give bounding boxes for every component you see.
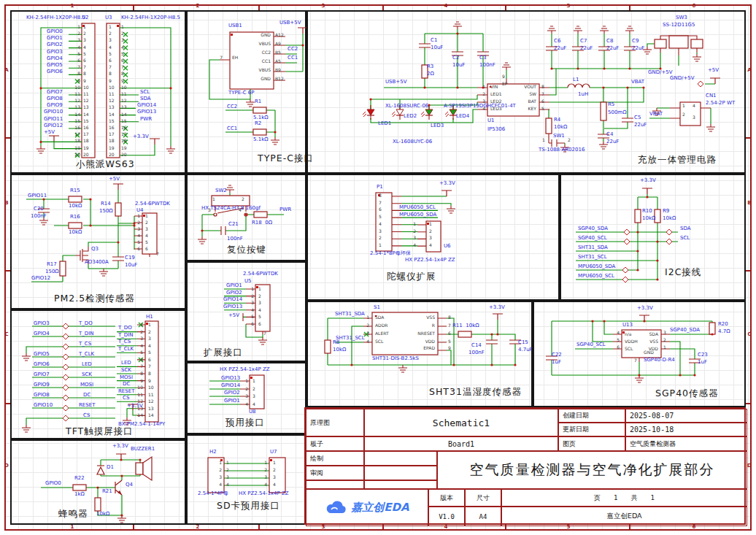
net-label[interactable]: CS — [83, 413, 90, 418]
part-label[interactable]: C5 — [634, 115, 641, 120]
net-label[interactable]: GPIO2 — [226, 290, 242, 296]
net-label[interactable]: GPIO14 — [221, 383, 240, 388]
net-label[interactable]: GPIO8 — [47, 96, 63, 101]
net-label[interactable]: CC2 — [227, 104, 237, 109]
net-label[interactable]: GPIO12 — [44, 123, 63, 128]
part-label[interactable]: R5 — [608, 102, 614, 107]
part-label[interactable]: P1 — [377, 185, 383, 190]
net-label[interactable]: SCK — [121, 368, 131, 373]
part-label[interactable]: 10kΩ — [96, 512, 109, 517]
part-label[interactable]: 22uF — [554, 46, 566, 51]
part-label[interactable]: 10kΩ — [69, 230, 82, 235]
net-label[interactable]: SGP40_SDA — [578, 226, 608, 231]
part-label[interactable]: HX PZ2.54-1x4P ZZ — [220, 367, 270, 372]
part-label[interactable]: 22uF — [580, 46, 593, 51]
net-label[interactable]: T_DIN — [118, 333, 133, 338]
part-label[interactable]: 10uF — [431, 45, 443, 50]
part-label[interactable]: C4 — [606, 132, 613, 137]
part-label[interactable]: 2Ω — [427, 72, 434, 77]
part-label[interactable]: U5 — [244, 279, 252, 284]
net-label[interactable]: GPIO7 — [34, 372, 50, 377]
part-label[interactable]: XL-1608SURC-06 — [385, 104, 428, 109]
part-label[interactable]: SS-12D11G5 — [663, 23, 695, 28]
part-label[interactable]: R16 — [70, 215, 80, 220]
part-label[interactable]: LED3 — [431, 123, 444, 128]
net-label[interactable]: USB+5V — [385, 80, 406, 85]
net-label[interactable]: SGP40_SCL — [576, 342, 606, 347]
net-label[interactable]: SHT31_SDA — [335, 312, 365, 317]
net-label[interactable]: GPIO0 — [45, 481, 61, 486]
part-label[interactable]: 22uF — [606, 139, 619, 145]
net-label[interactable]: +5V — [109, 177, 120, 182]
net-label[interactable]: SHT31_SCL — [336, 336, 365, 341]
part-label[interactable]: R21 — [102, 489, 112, 494]
part-label[interactable]: SHT31-DIS-B2.5kS — [372, 356, 419, 361]
part-label[interactable]: 2.54-1*4P母 — [198, 491, 228, 496]
part-label[interactable]: C2 — [452, 55, 459, 61]
net-label[interactable]: GND/+5V — [670, 76, 695, 81]
part-label[interactable]: R8 — [333, 340, 339, 345]
part-label[interactable]: S1 — [374, 305, 380, 310]
part-label[interactable]: C14 — [471, 343, 482, 348]
part-label[interactable]: CN1 — [706, 93, 717, 99]
part-label[interactable]: 1uF — [698, 360, 707, 365]
part-label[interactable]: U7 — [270, 450, 277, 455]
net-label[interactable]: MPU6050_SDA — [399, 212, 436, 218]
net-label[interactable]: DC — [83, 393, 90, 398]
net-label[interactable]: GPIO13 — [223, 304, 242, 309]
part-label[interactable]: SGP40-D-R4 — [644, 358, 675, 363]
net-label[interactable]: +5V — [228, 313, 239, 318]
part-label[interactable]: 10kΩ — [663, 216, 676, 221]
part-label[interactable]: U6 — [444, 244, 451, 249]
net-label[interactable]: GPIO6 — [47, 69, 63, 74]
net-label[interactable]: T_DO — [118, 326, 132, 331]
net-label[interactable]: +3.3V — [439, 181, 455, 186]
part-label[interactable]: D1 — [107, 465, 114, 470]
net-label[interactable]: T_CS — [79, 342, 91, 347]
part-label[interactable]: 100nF — [227, 236, 243, 242]
net-label[interactable]: GPIO2 — [47, 42, 63, 47]
net-label[interactable]: GPIO3 — [47, 50, 63, 55]
part-label[interactable]: R3 — [427, 64, 433, 69]
net-label[interactable]: GPIO2 — [224, 390, 240, 396]
part-label[interactable]: 4.7uF — [518, 347, 533, 353]
part-label[interactable]: C3 — [479, 55, 486, 61]
part-label[interactable]: 10kΩ — [333, 347, 346, 353]
net-label[interactable]: PWR — [279, 207, 291, 212]
net-label[interactable]: LED — [82, 362, 92, 367]
part-label[interactable]: 2.54-6PWTDK — [243, 272, 278, 277]
schematic-canvas[interactable]: KH-2.54FH-1X20P-H8.5U2U3KH-2.54FH-1X20P-… — [0, 0, 756, 535]
net-label[interactable]: RESET — [79, 403, 95, 408]
part-label[interactable]: AO3400A — [85, 260, 109, 265]
net-label[interactable]: T_CLK — [118, 347, 134, 352]
net-label[interactable]: GPIO13 — [137, 109, 156, 115]
net-label[interactable]: MOSI — [80, 382, 93, 388]
net-label[interactable]: GPIO4 — [47, 56, 63, 61]
net-label[interactable]: SGP40_SDA — [670, 328, 700, 333]
part-label[interactable]: U1 — [487, 118, 495, 123]
part-label[interactable]: R10 — [642, 209, 652, 214]
net-label[interactable]: GPIO1 — [224, 399, 240, 404]
net-label[interactable]: +3.3V — [112, 444, 128, 449]
net-label[interactable]: SCL — [680, 236, 690, 241]
part-label[interactable]: TS-1088-AR02016 — [539, 147, 585, 153]
part-label[interactable]: 22uF — [634, 123, 647, 128]
part-label[interactable]: HX PZ2.54-1x4P ZZ — [239, 491, 289, 496]
net-label[interactable]: GPIO9 — [34, 382, 50, 388]
part-label[interactable]: R17 — [47, 262, 57, 267]
part-label[interactable]: R4 — [554, 118, 560, 123]
part-label[interactable]: 2.54-6PWTDK — [135, 201, 170, 207]
part-label[interactable]: 100nF — [468, 350, 485, 355]
part-label[interactable]: R22 — [74, 476, 85, 481]
part-label[interactable]: 500mΩ — [608, 110, 627, 115]
part-label[interactable]: C15 — [518, 340, 528, 345]
part-label[interactable]: 150Ω — [99, 209, 113, 214]
net-label[interactable]: GPIO5 — [34, 352, 50, 357]
part-label[interactable]: 22uF — [632, 46, 644, 51]
net-label[interactable]: +5V — [44, 130, 55, 135]
part-label[interactable]: U3 — [105, 15, 112, 20]
net-label[interactable]: CC1 — [288, 55, 298, 61]
net-label[interactable]: MOSI — [120, 375, 133, 380]
part-label[interactable]: Q3 — [91, 247, 99, 252]
part-label[interactable]: XL-1608UYC-06 — [393, 139, 432, 145]
